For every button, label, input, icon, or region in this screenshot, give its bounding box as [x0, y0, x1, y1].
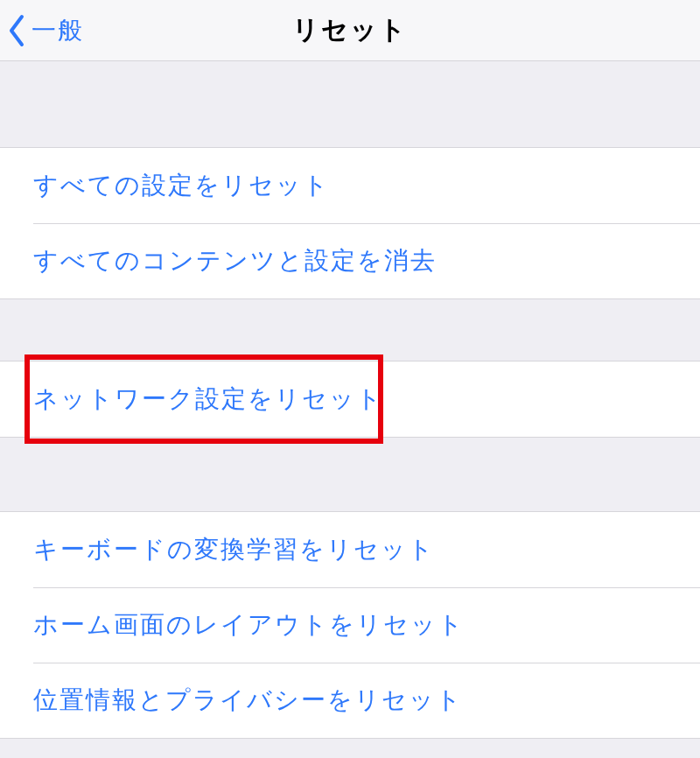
section-spacer — [0, 438, 700, 511]
row-label: 位置情報とプライバシーをリセット — [33, 684, 463, 717]
settings-group-2: ネットワーク設定をリセット — [0, 361, 700, 438]
navigation-bar: 一般 リセット — [0, 0, 700, 61]
row-label: ホーム画面のレイアウトをリセット — [33, 608, 465, 642]
reset-network-settings[interactable]: ネットワーク設定をリセット — [0, 361, 700, 437]
row-label: キーボードの変換学習をリセット — [33, 533, 435, 566]
settings-group-1: すべての設定をリセット すべてのコンテンツと設定を消去 — [0, 147, 700, 299]
reset-location-privacy[interactable]: 位置情報とプライバシーをリセット — [0, 663, 700, 738]
back-button[interactable]: 一般 — [7, 0, 84, 61]
section-spacer — [0, 299, 700, 361]
row-label: すべてのコンテンツと設定を消去 — [33, 244, 437, 277]
row-label: すべての設定をリセット — [33, 169, 330, 202]
chevron-left-icon — [7, 14, 26, 47]
reset-home-screen-layout[interactable]: ホーム画面のレイアウトをリセット — [0, 587, 700, 663]
settings-group-3: キーボードの変換学習をリセット ホーム画面のレイアウトをリセット 位置情報とプラ… — [0, 511, 700, 739]
erase-all-content-settings[interactable]: すべてのコンテンツと設定を消去 — [0, 223, 700, 298]
page-title: リセット — [0, 12, 700, 48]
reset-all-settings[interactable]: すべての設定をリセット — [0, 148, 700, 223]
section-spacer — [0, 61, 700, 147]
row-label: ネットワーク設定をリセット — [33, 383, 383, 416]
back-label: 一般 — [32, 14, 84, 47]
reset-keyboard-dictionary[interactable]: キーボードの変換学習をリセット — [0, 512, 700, 587]
